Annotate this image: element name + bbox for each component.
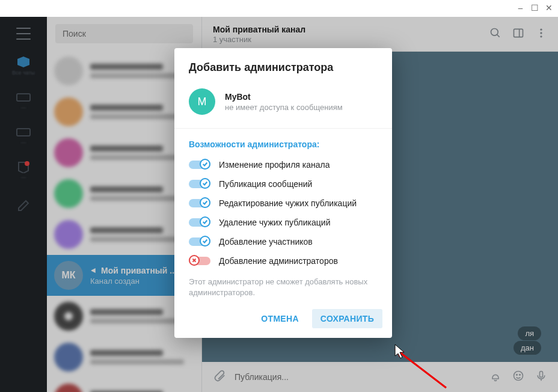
svg-rect-0 bbox=[17, 94, 30, 101]
mic-icon[interactable] bbox=[535, 370, 547, 384]
emoji-icon[interactable] bbox=[512, 370, 524, 384]
permission-note: Этот администратор не сможет добавлять н… bbox=[174, 271, 392, 307]
minimize-icon[interactable]: ‒ bbox=[516, 4, 524, 12]
date-pill: ля bbox=[518, 326, 541, 340]
panel-icon[interactable] bbox=[512, 27, 524, 41]
permission-change-profile[interactable]: Изменение профиля канала bbox=[174, 155, 392, 174]
page-title: Мой приватный канал bbox=[213, 25, 479, 34]
main-header: Мой приватный канал 1 участник bbox=[202, 17, 558, 52]
search-input[interactable] bbox=[55, 24, 193, 43]
svg-rect-5 bbox=[514, 29, 523, 37]
svg-point-12 bbox=[520, 375, 521, 376]
more-icon[interactable] bbox=[535, 27, 547, 41]
composer bbox=[202, 362, 558, 392]
composer-input[interactable] bbox=[235, 372, 479, 382]
permission-edit-others[interactable]: Редактирование чужих публикаций bbox=[174, 194, 392, 213]
toggle-on-icon[interactable] bbox=[189, 161, 210, 169]
toggle-on-icon[interactable] bbox=[189, 218, 210, 227]
hamburger-menu-icon[interactable] bbox=[16, 28, 31, 40]
svg-point-3 bbox=[491, 28, 498, 35]
chat-item-blurred[interactable] bbox=[47, 337, 201, 378]
maximize-icon[interactable]: ☐ bbox=[530, 4, 539, 12]
permissions-heading: Возможности администратора: bbox=[174, 129, 392, 155]
modal-title: Добавить администратора bbox=[174, 48, 392, 82]
megaphone-icon bbox=[90, 266, 99, 275]
svg-point-2 bbox=[25, 161, 29, 166]
toggle-on-icon[interactable] bbox=[189, 180, 210, 188]
svg-rect-1 bbox=[17, 129, 30, 136]
member-count: 1 участник bbox=[213, 35, 479, 44]
cancel-button[interactable]: ОТМЕНА bbox=[253, 309, 307, 328]
svg-point-8 bbox=[540, 32, 542, 34]
bot-avatar: M bbox=[189, 88, 215, 115]
status-pill: дан bbox=[514, 341, 541, 355]
permission-add-members[interactable]: Добавление участников bbox=[174, 232, 392, 251]
attach-icon[interactable] bbox=[213, 369, 226, 385]
search-box bbox=[47, 17, 201, 51]
bot-row[interactable]: M MyBot не имеет доступа к сообщениям bbox=[174, 82, 392, 128]
nav-folder-2[interactable]: — bbox=[5, 120, 41, 150]
notify-icon[interactable] bbox=[489, 370, 501, 384]
svg-rect-13 bbox=[540, 372, 543, 378]
nav-folder-1[interactable]: — bbox=[5, 85, 41, 115]
permission-delete-others[interactable]: Удаление чужих публикаций bbox=[174, 213, 392, 232]
chat-item-blurred[interactable] bbox=[47, 378, 201, 392]
search-icon[interactable] bbox=[489, 27, 501, 41]
svg-point-9 bbox=[540, 35, 542, 37]
toggle-on-icon[interactable] bbox=[189, 237, 210, 246]
nav-edit[interactable] bbox=[5, 190, 41, 220]
add-admin-modal: Добавить администратора M MyBot не имеет… bbox=[174, 48, 392, 338]
toggle-on-icon[interactable] bbox=[189, 199, 210, 207]
nav-column: Все чаты — — — bbox=[0, 17, 47, 392]
window-controls: ‒ ☐ ✕ bbox=[516, 4, 553, 12]
svg-point-10 bbox=[514, 372, 523, 381]
save-button[interactable]: СОХРАНИТЬ bbox=[312, 309, 382, 328]
svg-line-4 bbox=[497, 34, 500, 37]
avatar: МК bbox=[54, 261, 83, 290]
svg-point-7 bbox=[540, 28, 542, 30]
bot-subtitle: не имеет доступа к сообщениям bbox=[225, 103, 343, 112]
permission-add-admins[interactable]: Добавление администраторов bbox=[174, 251, 392, 271]
nav-all-chats[interactable]: Все чаты bbox=[5, 51, 41, 81]
nav-folder-3[interactable]: — bbox=[5, 155, 41, 185]
permission-post-messages[interactable]: Публикация сообщений bbox=[174, 174, 392, 194]
bot-name: MyBot bbox=[225, 92, 343, 102]
svg-point-11 bbox=[517, 375, 518, 376]
close-icon[interactable]: ✕ bbox=[545, 4, 553, 12]
toggle-off-icon[interactable] bbox=[189, 257, 210, 265]
